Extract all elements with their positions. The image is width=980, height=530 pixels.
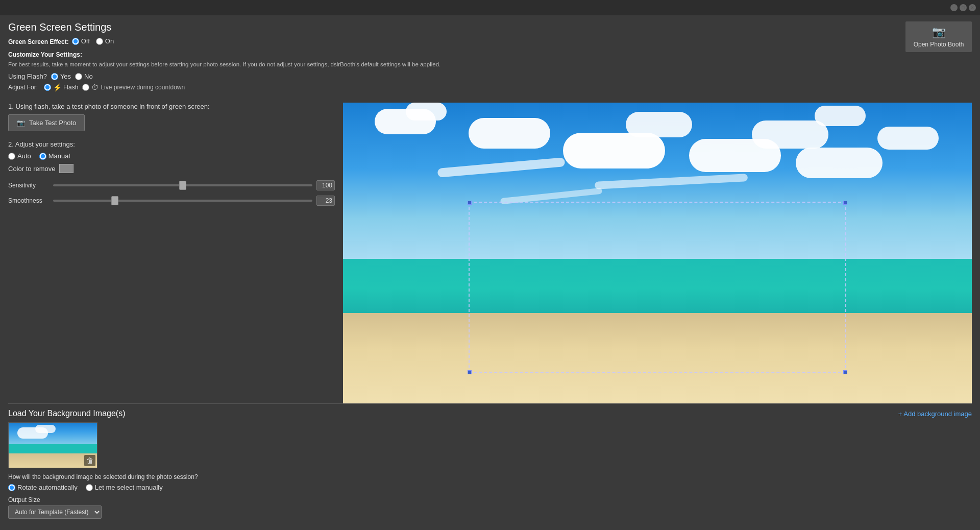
effect-on-label: On — [105, 37, 114, 45]
load-bg-title: Load Your Background Image(s) — [8, 409, 125, 418]
cloud-3 — [469, 118, 550, 149]
auto-manual-row: Auto Manual — [8, 152, 335, 160]
effect-on-radio[interactable] — [96, 38, 103, 45]
title-bar: – □ ✕ — [0, 0, 980, 15]
adjust-flash-label: ⚡ Flash — [53, 83, 78, 91]
page-title: Green Screen Settings — [8, 21, 440, 33]
thumb-water — [9, 444, 97, 454]
adjust-live-preview-radio[interactable] — [82, 84, 89, 91]
green-screen-effect-label: Green Screen Effect: — [8, 38, 69, 45]
left-panel: 1. Using flash, take a test photo of som… — [8, 103, 335, 403]
output-size-label: Output Size — [8, 496, 972, 503]
effect-off-radio[interactable] — [72, 38, 79, 45]
color-remove-label: Color to remove — [8, 165, 55, 173]
adjust-live-preview-option[interactable]: ⏱ Live preview during countdown — [82, 83, 185, 91]
live-preview-icon: ⏱ — [91, 83, 99, 91]
flash-no-option[interactable]: No — [75, 73, 93, 80]
manual-mode-radio[interactable] — [39, 153, 46, 160]
sensitivity-label: Sensitivity — [8, 182, 49, 189]
using-flash-label: Using Flash? — [8, 73, 47, 80]
window-controls: – □ ✕ — [950, 4, 976, 11]
auto-mode-label: Auto — [17, 152, 31, 160]
sensitivity-row: Sensitivity 100 — [8, 180, 335, 190]
cloud-9 — [796, 148, 883, 178]
adjust-flash-option[interactable]: ⚡ Flash — [44, 83, 78, 91]
cloud-5 — [626, 112, 692, 137]
bg-select-question: How will the background image be selecte… — [8, 473, 972, 480]
rotate-auto-radio[interactable] — [8, 484, 15, 491]
flash-yes-radio[interactable] — [51, 73, 58, 80]
bg-select-row: Rotate automatically Let me select manua… — [8, 484, 972, 491]
flash-icon: ⚡ — [53, 83, 62, 91]
green-screen-effect-group: Off On — [72, 37, 114, 45]
cloud-10 — [877, 127, 939, 150]
cloud-8 — [815, 106, 866, 126]
step1-label: 1. Using flash, take a test photo of som… — [8, 103, 335, 110]
adjust-flash-radio[interactable] — [44, 84, 51, 91]
manual-mode-label: Manual — [48, 152, 70, 160]
select-manually-option[interactable]: Let me select manually — [86, 484, 163, 491]
sand-layer — [343, 313, 972, 403]
bottom-header-row: Load Your Background Image(s) + Add back… — [8, 409, 972, 418]
effect-off-option[interactable]: Off — [72, 37, 90, 45]
cloud-2 — [406, 103, 447, 121]
flash-yes-label: Yes — [60, 73, 71, 80]
sensitivity-value: 100 — [316, 180, 335, 190]
smoothness-value: 23 — [316, 196, 335, 206]
cloud-7 — [752, 121, 828, 149]
header-row: Green Screen Settings Green Screen Effec… — [8, 21, 972, 98]
select-manually-radio[interactable] — [86, 484, 93, 491]
open-photobooth-button[interactable]: 📷 Open Photo Booth — [905, 21, 972, 52]
delete-thumbnail-button[interactable]: 🗑 — [84, 455, 95, 466]
step2-label: 2. Adjust your settings: — [8, 140, 335, 148]
effect-on-option[interactable]: On — [96, 37, 114, 45]
two-col-layout: 1. Using flash, take a test photo of som… — [8, 103, 972, 403]
main-content: Green Screen Settings Green Screen Effec… — [0, 15, 980, 530]
rotate-auto-option[interactable]: Rotate automatically — [8, 484, 78, 491]
beach-scene — [343, 103, 972, 403]
maximize-button[interactable]: □ — [960, 4, 967, 11]
cloud-4 — [563, 133, 665, 168]
bottom-section: Load Your Background Image(s) + Add back… — [8, 403, 972, 524]
customize-settings-info: For best results, take a moment to adjus… — [8, 60, 440, 68]
open-photobooth-label: Open Photo Booth — [914, 41, 964, 48]
auto-mode-option[interactable]: Auto — [8, 152, 31, 160]
color-remove-row: Color to remove — [8, 164, 335, 173]
water-layer — [343, 259, 972, 319]
select-manually-label: Let me select manually — [95, 484, 163, 491]
effect-off-label: Off — [81, 37, 90, 45]
take-test-photo-button[interactable]: 📷 Take Test Photo — [8, 114, 85, 131]
flash-no-label: No — [84, 73, 93, 80]
image-preview-panel — [343, 103, 972, 403]
rotate-auto-label: Rotate automatically — [17, 484, 78, 491]
using-flash-row: Using Flash? Yes No — [8, 73, 440, 80]
adjust-for-label: Adjust For: — [8, 84, 38, 91]
color-swatch[interactable] — [59, 164, 74, 173]
smoothness-label: Smoothness — [8, 197, 49, 204]
manual-mode-option[interactable]: Manual — [39, 152, 70, 160]
take-photo-camera-icon: 📷 — [17, 119, 25, 127]
adjust-live-preview-label: ⏱ Live preview during countdown — [91, 83, 185, 91]
close-button[interactable]: ✕ — [969, 4, 976, 11]
minimize-button[interactable]: – — [950, 4, 958, 11]
sensitivity-slider-container — [53, 180, 312, 190]
auto-mode-radio[interactable] — [8, 153, 15, 160]
adjust-for-row: Adjust For: ⚡ Flash ⏱ Live preview durin… — [8, 83, 440, 91]
smoothness-slider[interactable] — [53, 200, 312, 202]
sensitivity-slider[interactable] — [53, 184, 312, 186]
flash-yes-option[interactable]: Yes — [51, 73, 71, 80]
customize-settings-label: Customize Your Settings: — [8, 51, 440, 58]
smoothness-slider-container — [53, 196, 312, 206]
thumbnail-item-1: 🗑 — [8, 422, 97, 468]
take-photo-label: Take Test Photo — [29, 119, 76, 127]
flash-no-radio[interactable] — [75, 73, 82, 80]
add-background-image-button[interactable]: + Add background image — [898, 410, 972, 418]
smoothness-row: Smoothness 23 — [8, 196, 335, 206]
output-size-select[interactable]: Auto for Template (Fastest) 1920x1080 4x… — [8, 505, 102, 519]
thumb-cloud-2 — [35, 425, 56, 433]
camera-icon: 📷 — [932, 26, 946, 39]
thumbnails-row: 🗑 — [8, 422, 972, 468]
left-header: Green Screen Settings Green Screen Effec… — [8, 21, 440, 98]
